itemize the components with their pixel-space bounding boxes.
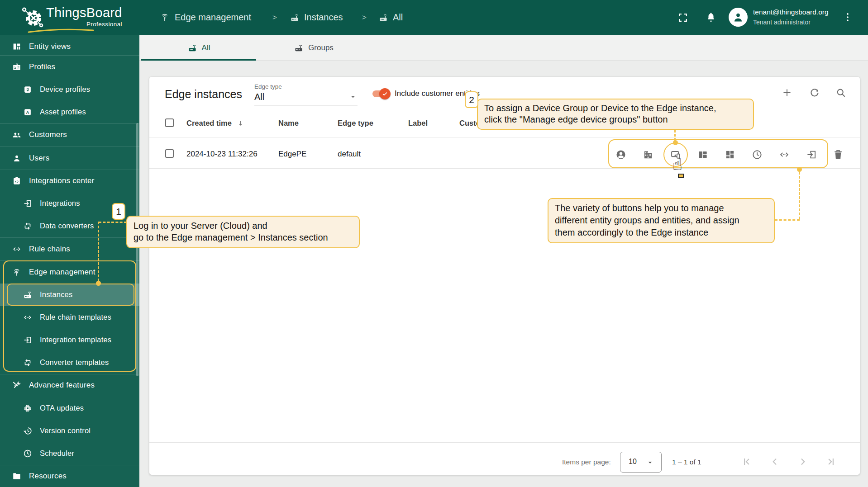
table-row-divider bbox=[149, 168, 860, 169]
chevron-up-icon bbox=[12, 472, 21, 481]
avatar-person-icon bbox=[731, 10, 745, 24]
user-email: tenant@thingsboard.org bbox=[753, 8, 829, 16]
tutorial-connector-2 bbox=[674, 130, 676, 141]
tutorial-connector-1-dot bbox=[96, 281, 101, 286]
search-button[interactable] bbox=[835, 87, 847, 99]
chevron-up-icon bbox=[12, 381, 21, 390]
sidebar-item-asset-profiles[interactable]: Asset profiles bbox=[0, 101, 139, 123]
breadcrumb-separator: > bbox=[362, 13, 367, 22]
sidebar-scrollbar[interactable] bbox=[136, 123, 138, 376]
pagination-divider bbox=[149, 442, 860, 443]
sort-arrow-down-icon[interactable] bbox=[236, 119, 245, 128]
more-vert-icon[interactable] bbox=[842, 11, 854, 23]
avatar[interactable] bbox=[729, 8, 748, 27]
items-per-page-label: Items per page: bbox=[562, 458, 611, 466]
sidebar-item-customers[interactable]: Customers bbox=[0, 123, 139, 146]
sidebar-item-label: Integrations bbox=[40, 199, 80, 208]
next-page-button[interactable] bbox=[797, 456, 809, 468]
callout-line: To assign a Device Group or Device to th… bbox=[484, 103, 716, 113]
tab-groups[interactable]: Groups bbox=[256, 35, 371, 61]
sidebar-item-rule-chains[interactable]: Rule chains bbox=[0, 238, 139, 260]
manage-edge-dashboard-groups-icon[interactable] bbox=[724, 149, 736, 161]
active-tab-indicator bbox=[141, 59, 256, 61]
tab-all-label: All bbox=[202, 43, 210, 52]
manage-edge-assets-icon[interactable] bbox=[642, 149, 654, 161]
thingsboard-logo bbox=[21, 5, 44, 29]
manage-edge-users-icon[interactable] bbox=[615, 149, 627, 161]
add-edge-button[interactable] bbox=[781, 87, 793, 99]
sidebar-item-label: Device profiles bbox=[40, 85, 90, 94]
sidebar-item-label: Rule chains bbox=[29, 245, 70, 254]
tutorial-connector-1 bbox=[98, 222, 99, 281]
callout-line: different entity groups and entities, an… bbox=[555, 215, 739, 226]
sidebar-item-resources[interactable]: Resources bbox=[0, 465, 139, 487]
sidebar-item-version-control[interactable]: Version control bbox=[0, 420, 139, 442]
sidebar-nav: Entity views Profiles Device profiles As… bbox=[0, 35, 139, 487]
column-header-edge-type[interactable]: Edge type bbox=[338, 119, 373, 128]
sidebar-item-label: Resources bbox=[29, 472, 67, 481]
sidebar-item-label: Advanced features bbox=[29, 381, 95, 390]
sidebar-item-label: Version control bbox=[40, 426, 91, 435]
hand-cursor-icon: ☝ bbox=[672, 156, 682, 173]
sidebar-item-label: OTA updates bbox=[40, 404, 84, 412]
tutorial-connector-3-dot bbox=[797, 167, 802, 172]
column-header-name[interactable]: Name bbox=[278, 119, 299, 128]
manage-edge-entity-view-groups-icon[interactable] bbox=[697, 149, 709, 161]
sidebar-item-label: Entity views bbox=[29, 42, 71, 51]
fullscreen-icon[interactable] bbox=[677, 12, 689, 24]
edge-type-value[interactable]: All bbox=[254, 92, 264, 102]
toggle-thumb[interactable] bbox=[379, 88, 391, 99]
sidebar-item-profiles[interactable]: Profiles bbox=[0, 56, 139, 78]
sidebar-item-label: Scheduler bbox=[40, 449, 74, 458]
edge-instances-card: Edge instances Edge type All Include cus… bbox=[149, 77, 860, 475]
items-per-page-select[interactable]: 10 bbox=[620, 452, 662, 473]
tab-groups-label: Groups bbox=[308, 43, 334, 52]
tutorial-connector-2-dot bbox=[673, 140, 678, 145]
select-all-checkbox[interactable] bbox=[165, 118, 174, 127]
chevron-up-icon bbox=[12, 62, 21, 71]
sidebar-item-device-profiles[interactable]: Device profiles bbox=[0, 78, 139, 101]
row-checkbox[interactable] bbox=[165, 149, 174, 158]
sidebar-item-advanced-features[interactable]: Advanced features bbox=[0, 374, 139, 397]
sidebar-item-label: Customers bbox=[29, 130, 67, 139]
breadcrumb-separator: > bbox=[272, 13, 277, 22]
tutorial-connector-3 bbox=[775, 219, 800, 221]
callout-line: them accordingly to the Edge instance bbox=[555, 227, 708, 238]
tab-all[interactable]: All bbox=[141, 35, 256, 61]
first-page-button[interactable] bbox=[741, 456, 753, 468]
chevron-up-icon bbox=[12, 176, 21, 185]
breadcrumb-instances[interactable]: Instances bbox=[304, 12, 343, 23]
column-header-created-time[interactable]: Created time bbox=[186, 119, 232, 128]
callout-line: The variety of buttons help you to manag… bbox=[555, 203, 724, 213]
delete-edge-icon[interactable] bbox=[832, 149, 844, 161]
callout-line: Log in to your Server (Cloud) and bbox=[134, 221, 267, 231]
last-page-button[interactable] bbox=[825, 456, 837, 468]
manage-edge-integrations-icon[interactable] bbox=[806, 149, 817, 161]
column-header-label[interactable]: Label bbox=[408, 119, 428, 128]
sidebar-item-label: Integrations center bbox=[29, 176, 95, 185]
sidebar-item-label: Asset profiles bbox=[40, 108, 86, 116]
manage-edge-rule-chains-icon[interactable] bbox=[778, 149, 790, 161]
breadcrumb-edge-management[interactable]: Edge management bbox=[175, 12, 251, 23]
breadcrumb-all[interactable]: All bbox=[393, 12, 403, 23]
sidebar-item-ota-updates[interactable]: OTA updates bbox=[0, 397, 139, 420]
sidebar-item-scheduler[interactable]: Scheduler bbox=[0, 442, 139, 465]
refresh-button[interactable] bbox=[809, 87, 820, 99]
cell-name: EdgePE bbox=[278, 150, 306, 159]
chevron-down-icon[interactable] bbox=[348, 92, 358, 101]
callout-line: go to the Edge management > Instances se… bbox=[134, 232, 328, 243]
top-app-bar: ThingsBoard Professional Edge management… bbox=[0, 0, 868, 35]
entity-tabbar: All Groups bbox=[139, 35, 868, 61]
sidebar-item-entity-views[interactable]: Entity views bbox=[0, 35, 139, 58]
tutorial-highlight-instances-item bbox=[7, 284, 134, 306]
sidebar-item-users[interactable]: Users bbox=[0, 147, 139, 170]
sidebar-item-integrations-center[interactable]: Integrations center bbox=[0, 170, 139, 192]
manage-edge-scheduler-events-icon[interactable] bbox=[751, 149, 763, 161]
router-icon bbox=[290, 13, 300, 23]
tutorial-step-1-badge: 1 bbox=[112, 203, 125, 220]
router-icon bbox=[187, 43, 197, 53]
tutorial-step-2-badge: 2 bbox=[465, 91, 478, 108]
sidebar-item-label: Users bbox=[29, 154, 49, 163]
previous-page-button[interactable] bbox=[769, 456, 781, 468]
notifications-bell-icon[interactable] bbox=[705, 11, 717, 23]
